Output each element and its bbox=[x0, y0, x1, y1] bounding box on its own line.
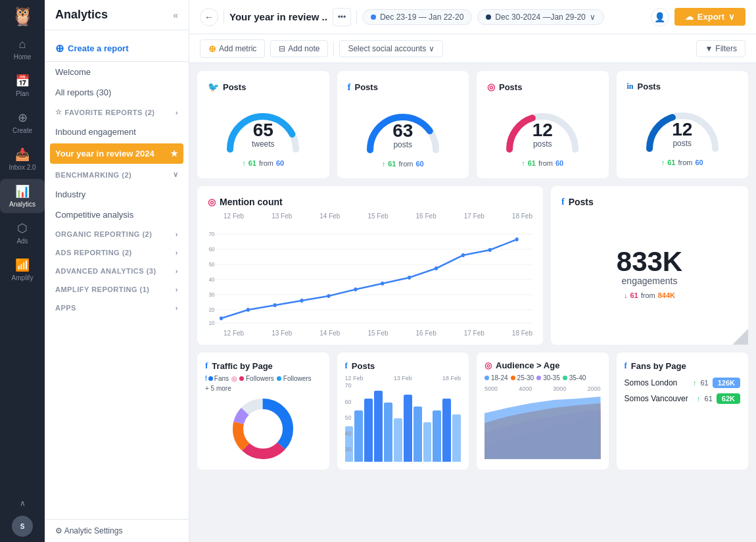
create-icon: ⊕ bbox=[18, 111, 28, 125]
y-2000: 2000 bbox=[587, 385, 600, 392]
svg-point-15 bbox=[247, 308, 250, 312]
date-range-1[interactable]: Dec 23-19 — Jan 22-20 bbox=[362, 9, 472, 25]
facebook-gauge-value: 63 posts bbox=[392, 122, 413, 149]
followers-dot bbox=[239, 376, 244, 381]
sidebar-item-all-reports[interactable]: All reports (30) bbox=[45, 82, 189, 103]
donut-chart bbox=[205, 396, 321, 462]
sidebar-item-year-review[interactable]: Your year in review 2024 ★ bbox=[50, 143, 183, 164]
linkedin-from-value: 61 bbox=[667, 159, 675, 166]
facebook-from: ↑ 61 from 60 bbox=[382, 160, 424, 168]
svg-text:10: 10 bbox=[209, 319, 215, 326]
sidebar-item-inbound[interactable]: Inbound engagement bbox=[45, 122, 189, 142]
inst-dot: ◎ bbox=[231, 375, 237, 382]
bar-10 bbox=[433, 410, 441, 462]
y-4000: 4000 bbox=[519, 385, 532, 392]
nav-label-amplify: Amplify bbox=[12, 274, 34, 282]
bar-y-label-60: 60 bbox=[345, 399, 352, 405]
stat-header-twitter: 🐦 Posts bbox=[208, 82, 246, 92]
nav-item-home[interactable]: ⌂ Home bbox=[0, 32, 45, 66]
bar-9 bbox=[423, 422, 432, 462]
date-label-3: 15 Feb bbox=[367, 212, 388, 220]
stat-header-facebook: f Posts bbox=[348, 82, 378, 93]
inbox-icon: 📥 bbox=[15, 147, 30, 162]
sidebar-section-favorite[interactable]: ☆ FAVORITE REPORTS (2) › bbox=[45, 103, 189, 122]
nav-item-amplify[interactable]: 📶 Amplify bbox=[0, 253, 45, 287]
sidebar-item-industry[interactable]: Industry bbox=[45, 184, 189, 205]
date-range-2-label: Dec 30-2024 —Jan 29-20 bbox=[495, 12, 585, 22]
export-button[interactable]: ☁ Export ∨ bbox=[674, 8, 745, 26]
age-chart-area: 5000 4000 3000 2000 bbox=[484, 385, 601, 461]
chevron-down-social: ∨ bbox=[429, 44, 435, 53]
sidebar-section-amplify[interactable]: AMPLIFY REPORTING (1) › bbox=[45, 280, 189, 299]
linkedin-gauge: 12 posts bbox=[640, 99, 725, 152]
add-note-button[interactable]: ⊟ Add note bbox=[270, 40, 328, 57]
posts-bar-area: 70 60 50 40 30 bbox=[345, 383, 461, 462]
social-accounts-selector[interactable]: Select social accounts ∨ bbox=[339, 40, 443, 57]
sidebar-section-benchmarking[interactable]: BENCHMARKING (2) ∨ bbox=[45, 165, 189, 184]
fb-icon-traffic: f bbox=[205, 360, 208, 371]
more-options-button[interactable]: ••• bbox=[333, 8, 351, 26]
age-30-35: 30-35 bbox=[536, 374, 560, 382]
add-metric-label: Add metric bbox=[219, 44, 256, 53]
nav-item-create[interactable]: ⊕ Create bbox=[0, 105, 45, 139]
age-y-labels: 5000 4000 3000 2000 bbox=[484, 385, 601, 392]
star-icon: ☆ bbox=[55, 108, 62, 116]
bar-11 bbox=[442, 399, 451, 462]
date-range-1-label: Dec 23-19 — Jan 22-20 bbox=[380, 12, 463, 22]
bar-y-label-40: 40 bbox=[345, 430, 352, 437]
twitter-gauge-value: 65 tweets bbox=[252, 121, 275, 149]
sidebar-section-advanced[interactable]: ADVANCED ANALYTICS (3) › bbox=[45, 262, 189, 280]
bar-7 bbox=[404, 395, 412, 462]
home-icon: ⌂ bbox=[19, 37, 26, 51]
nav-label-plan: Plan bbox=[16, 90, 29, 97]
twitter-gauge: 65 tweets bbox=[220, 100, 306, 153]
bar-3 bbox=[364, 399, 373, 462]
nav-collapse-chevron[interactable]: ∧ bbox=[14, 493, 31, 513]
filters-label: Filters bbox=[715, 44, 737, 53]
nav-item-inbox[interactable]: 📥 Inbox 2.0 bbox=[0, 142, 45, 176]
chevron-right-icon-3: › bbox=[176, 249, 178, 257]
ads-icon: ⬡ bbox=[17, 221, 28, 235]
instagram-icon: ◎ bbox=[487, 82, 495, 92]
analytic-settings-button[interactable]: ⚙ Analytic Settings bbox=[45, 519, 189, 542]
mention-chart-title: ◎ Mention count bbox=[208, 197, 532, 207]
filters-button[interactable]: ▼ Filters bbox=[696, 40, 745, 57]
fans-by-page-label: Fans by Page bbox=[631, 361, 686, 371]
create-report-button[interactable]: ⊕ Create a report bbox=[45, 36, 189, 62]
posts-bar-card: f Posts 12 Feb 13 Feb 18 Feb bbox=[337, 353, 469, 470]
instagram-from-base: 60 bbox=[555, 159, 563, 167]
age-25-30: 25-30 bbox=[511, 374, 534, 382]
sidebar-section-ads[interactable]: ADS REPORTING (2) › bbox=[45, 243, 189, 262]
date-range-2[interactable]: Dec 30-2024 —Jan 29-20 ∨ bbox=[477, 9, 603, 25]
fb-dot: f bbox=[205, 375, 207, 382]
left-navigation: 🦉 ⌂ Home 📅 Plan ⊕ Create 📥 Inbox 2.0 📊 A… bbox=[0, 0, 45, 542]
nav-label-home: Home bbox=[14, 53, 32, 61]
user-button[interactable]: 👤 bbox=[651, 8, 669, 26]
nav-item-plan[interactable]: 📅 Plan bbox=[0, 68, 45, 103]
back-button[interactable]: ← bbox=[200, 8, 218, 26]
facebook-unit: posts bbox=[392, 140, 413, 149]
sidebar-item-welcome[interactable]: Welcome bbox=[45, 62, 189, 82]
linkedin-value: 12 bbox=[672, 120, 692, 139]
sidebar-item-competitive[interactable]: Competitive analysis bbox=[45, 205, 189, 225]
sidebar-section-organic[interactable]: ORGANIC REPORTING (2) › bbox=[45, 225, 189, 243]
nav-item-ads[interactable]: ⬡ Ads bbox=[0, 216, 45, 250]
add-metric-button[interactable]: ⊕ Add metric bbox=[200, 39, 265, 58]
fans-item-vancouver: Somos Vancouver ↑ 61 62K bbox=[625, 391, 741, 406]
sidebar-section-apps[interactable]: APPS › bbox=[45, 299, 189, 317]
active-item-label: Your year in review 2024 bbox=[55, 149, 154, 159]
fans-by-page-card: f Fans by Page Somos London ↑ 61 126K So… bbox=[617, 353, 749, 470]
logo: 🦉 bbox=[11, 5, 34, 27]
svg-point-16 bbox=[273, 303, 277, 307]
inst-icon-audience: ◎ bbox=[484, 360, 492, 370]
fans-london-arrow: ↑ bbox=[693, 379, 697, 387]
chevron-down-icon: ∨ bbox=[173, 170, 179, 179]
twitter-posts-label: Posts bbox=[223, 82, 246, 92]
sidebar-collapse-button[interactable]: « bbox=[173, 10, 178, 20]
chevron-right-icon: › bbox=[176, 109, 178, 116]
chevron-right-icon-2: › bbox=[176, 230, 178, 238]
instagram-posts-label: Posts bbox=[499, 82, 522, 92]
nav-item-analytics[interactable]: 📊 Analytics bbox=[0, 179, 45, 213]
mention-title-label: Mention count bbox=[220, 197, 283, 207]
plus-circle-icon: ⊕ bbox=[55, 42, 64, 55]
